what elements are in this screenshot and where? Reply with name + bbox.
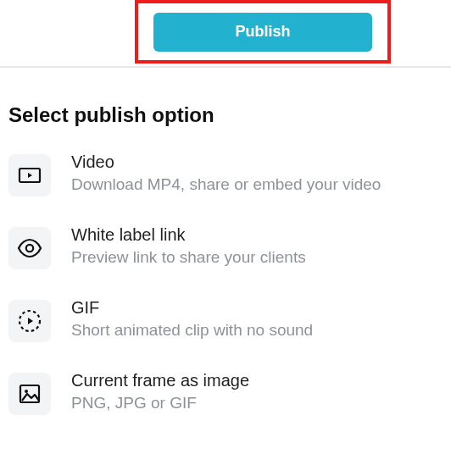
option-text: White label link Preview link to share y… [71, 225, 451, 267]
eye-icon [8, 227, 51, 269]
option-gif[interactable]: GIF Short animated clip with no sound [8, 298, 451, 342]
publish-button[interactable]: Publish [153, 13, 372, 52]
option-video[interactable]: Video Download MP4, share or embed your … [8, 152, 451, 196]
option-title: Video [71, 152, 451, 172]
dashed-play-icon [8, 300, 51, 342]
svg-point-1 [26, 245, 33, 252]
option-white-label-link[interactable]: White label link Preview link to share y… [8, 225, 451, 269]
option-desc: Short animated clip with no sound [71, 321, 451, 340]
image-icon [8, 373, 51, 415]
option-desc: Download MP4, share or embed your video [71, 175, 451, 194]
svg-point-4 [25, 390, 28, 393]
option-desc: Preview link to share your clients [71, 248, 451, 267]
option-text: GIF Short animated clip with no sound [71, 298, 451, 340]
highlight-box: Publish [135, 0, 391, 64]
section-title: Select publish option [8, 103, 451, 127]
option-title: GIF [71, 298, 451, 318]
play-rect-icon [8, 154, 51, 196]
option-title: Current frame as image [71, 371, 451, 390]
option-title: White label link [71, 225, 451, 245]
option-text: Video Download MP4, share or embed your … [71, 152, 451, 194]
option-current-frame[interactable]: Current frame as image PNG, JPG or GIF [8, 371, 451, 415]
option-text: Current frame as image PNG, JPG or GIF [71, 371, 451, 412]
option-desc: PNG, JPG or GIF [71, 394, 451, 412]
publish-panel: Select publish option Video Download MP4… [0, 68, 451, 415]
topbar: Publish [0, 0, 451, 68]
